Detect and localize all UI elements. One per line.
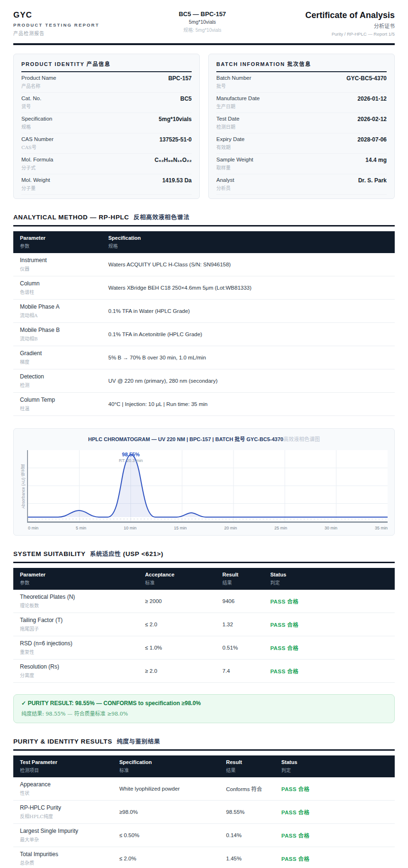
res-col-result: Result结果 [226,759,281,774]
suitability-title-suffix: (USP <621>) [123,550,163,557]
x-axis-ticks: 0 min 5 min 10 min 15 min 20 min 25 min … [20,526,388,530]
suitability-row: Theoretical Plates (N) 理论板数 ≥ 2000 9406 … [13,590,395,613]
x-tick: 30 min [325,526,337,530]
x-tick: 20 min [224,526,237,530]
batch-row: Batch Number 批号 GYC-BC5-4370 [216,72,387,93]
batch-label: Manufacture Date 生产日期 [216,95,260,110]
identity-row: Mol. Formula 分子式 C₆₂H₉₈N₁₆O₂₂ [21,154,192,174]
brand-subtitle: PRODUCT TESTING REPORT [13,22,99,28]
batch-value: 2028-07-06 [358,136,387,143]
product-spec: 5mg*10vials [179,19,226,25]
method-spec: UV @ 220 nm (primary), 280 nm (secondary… [108,378,388,384]
identity-value: 137525-51-0 [159,136,192,143]
res-result: 1.45% [226,856,281,861]
batch-information-title: BATCH INFORMATION 批次信息 [216,60,387,72]
method-row: Instrument 仪器 Waters ACQUITY UPLC H-Clas… [13,253,395,276]
method-row: Column 色谱柱 Waters XBridge BEH C18 250×4.… [13,276,395,300]
method-param: Mobile Phase A 流动相A [20,303,108,319]
identity-label-cn: CAS号 [21,143,54,151]
identity-row: Product Name 产品名称 BPC-157 [21,72,192,93]
batch-label: Sample Weight 取样量 [216,157,253,171]
product-spec-cn: 规格: 5mg*10vials [179,26,226,33]
results-row: Appearance 性状 White lyophilized powder C… [13,777,395,801]
method-row: Gradient 梯度 5% B → 70% B over 30 min, 1.… [13,346,395,369]
batch-value: 2026-01-12 [358,95,387,102]
purity-result-banner: ✓ PURITY RESULT: 98.55% — CONFORMS to sp… [13,694,395,723]
status-badge: PASS 合格 [270,621,388,628]
method-param: Instrument 仪器 [20,257,108,272]
identity-row: Mol. Weight 分子量 1419.53 Da [21,174,192,195]
batch-row: Manufacture Date 生产日期 2026-01-12 [216,93,387,113]
identity-value: 5mg*10vials [159,116,192,123]
suitability-table-header: Parameter参数 Acceptance标准 Result结果 Status… [13,568,395,590]
x-tick: 0 min [28,526,38,530]
identity-value: BC5 [180,95,192,102]
identity-value: BPC-157 [168,75,192,82]
method-table-header: Parameter 参数 Specification 规格 [13,231,395,253]
x-tick: 35 min [375,526,388,530]
method-spec: Waters ACQUITY UPLC H-Class (S/N: SN9461… [108,262,388,267]
method-param: Detection 检测 [20,373,108,388]
method-spec: 0.1% TFA in Acetonitrile (HPLC Grade) [108,331,388,337]
info-cards: PRODUCT IDENTITY 产品信息 Product Name 产品名称 … [13,54,395,199]
doc-title-block: Certificate of Analysis 分析证书 Purity / RP… [306,10,395,37]
batch-label-en: Analyst [216,177,234,183]
method-param: Gradient 梯度 [20,350,108,365]
suit-result: 1.32 [223,622,270,627]
suitability-row: Resolution (Rs) 分离度 ≥ 2.0 7.4 PASS 合格 [13,660,395,683]
res-col-spec: Specification标准 [120,759,226,774]
res-param: RP-HPLC Purity 反相HPLC纯度 [20,804,120,820]
batch-label-cn: 检测日期 [216,123,240,130]
res-spec: White lyophilized powder [120,786,226,792]
identity-label-cn: 规格 [21,123,52,130]
suit-col-status: Status判定 [270,572,388,586]
method-title-cn: 反相高效液相色谱法 [134,214,190,221]
res-col-parameter: Test Parameter检测项目 [20,759,120,774]
batch-row: Test Date 检测日期 2026-02-12 [216,113,387,133]
batch-label-cn: 分析员 [216,184,234,191]
res-result: Conforms 符合 [226,785,281,793]
brand-block: GYC PRODUCT TESTING REPORT 产品检测报告 [13,10,99,37]
identity-label-cn: 产品名称 [21,82,56,89]
status-badge: PASS 合格 [281,831,388,839]
res-param: Appearance 性状 [20,781,120,796]
method-row: Column Temp 柱温 40°C | Injection: 10 μL |… [13,393,395,416]
identity-label-cn: 分子量 [21,184,50,191]
suit-acceptance: ≥ 2000 [145,598,223,604]
batch-label-cn: 批号 [216,82,251,89]
doc-title-cn: 分析证书 [306,22,395,29]
batch-label-en: Expiry Date [216,136,244,142]
batch-label: Batch Number 批号 [216,75,251,89]
method-spec: 40°C | Injection: 10 μL | Run time: 35 m… [108,401,388,407]
identity-value: 1419.53 Da [162,177,192,184]
batch-label: Analyst 分析员 [216,177,234,191]
status-badge: PASS 合格 [281,785,388,793]
identity-value: C₆₂H₉₈N₁₆O₂₂ [155,157,192,163]
method-table: Parameter 参数 Specification 规格 Instrument… [13,231,395,416]
identity-label-cn: 货号 [21,103,41,110]
purity-result-line-en: ✓ PURITY RESULT: 98.55% — CONFORMS to sp… [21,700,387,707]
suit-col-acceptance: Acceptance标准 [145,572,223,586]
suit-result: 7.4 [223,668,270,674]
identity-row: Cat. No. 货号 BC5 [21,93,192,113]
doc-title: Certificate of Analysis [306,10,395,20]
chromatogram-card: HPLC CHROMATOGRAM — UV 220 NM | BPC-157 … [13,428,395,536]
identity-row: Specification 规格 5mg*10vials [21,113,192,133]
identity-label-cn: 分子式 [21,164,53,171]
res-col-status: Status判定 [281,759,388,774]
results-row: Largest Single Impurity 最大单杂 ≤ 0.50% 0.1… [13,824,395,847]
batch-row: Sample Weight 取样量 14.4 mg [216,154,387,174]
section-rule [13,225,395,226]
res-param: Largest Single Impurity 最大单杂 [20,828,120,843]
doc-meta: Purity / RP-HPLC — Report 1/5 [306,31,395,37]
batch-label-cn: 取样量 [216,164,253,171]
product-identity-card: PRODUCT IDENTITY 产品信息 Product Name 产品名称 … [13,54,200,199]
status-badge: PASS 合格 [281,855,388,862]
method-section-title: ANALYTICAL METHOD — RP-HPLC 反相高效液相色谱法 [13,212,395,221]
status-badge: PASS 合格 [270,644,388,651]
identity-label: Product Name 产品名称 [21,75,56,89]
suit-acceptance: ≤ 2.0 [145,622,223,627]
results-section-title: PURITY & IDENTITY RESULTS 纯度与鉴别结果 [13,736,395,745]
batch-value: 2026-02-12 [358,116,387,123]
suitability-section-title: SYSTEM SUITABILITY 系统适应性 (USP <621>) [13,549,395,558]
